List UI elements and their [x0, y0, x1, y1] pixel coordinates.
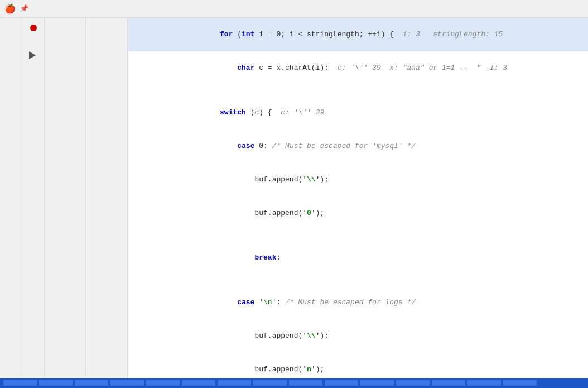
code-line	[128, 85, 588, 96]
left-panels	[0, 18, 128, 378]
bottom-bar	[0, 378, 588, 388]
code-line	[128, 275, 588, 286]
code-line: buf.append('n');	[128, 353, 588, 378]
bottom-indicator-9	[289, 380, 322, 386]
code-text: case '\n': /* Must be escaped for logs *…	[133, 286, 416, 319]
code-area: for (int i = 0; i < stringLength; ++i) {…	[0, 18, 588, 378]
bottom-indicator-15	[503, 380, 537, 386]
bottom-indicator-7	[218, 380, 251, 386]
bottom-indicator-2	[39, 380, 73, 386]
panel-4	[86, 18, 128, 378]
code-text: char c = x.charAt(i); c: '\'' 39 x: "aaa…	[133, 51, 507, 85]
code-line: case '\n': /* Must be escaped for logs *…	[128, 286, 588, 319]
panel-2	[22, 18, 45, 378]
current-line-arrow	[29, 51, 36, 59]
code-content: for (int i = 0; i < stringLength; ++i) {…	[128, 18, 588, 378]
code-line: break;	[128, 241, 588, 275]
breakpoint-marker	[30, 25, 37, 31]
code-line: switch (c) { c: '\'' 39	[128, 96, 588, 130]
bottom-indicator-5	[146, 380, 180, 386]
code-text: for (int i = 0; i < stringLength; ++i) {…	[133, 18, 503, 51]
panel-3	[45, 18, 86, 378]
panel-1	[0, 18, 22, 378]
code-line: buf.append('\\');	[128, 319, 588, 353]
bottom-indicator-4	[110, 380, 144, 386]
code-line: buf.append('\\');	[128, 163, 588, 197]
code-line: buf.append('0');	[128, 197, 588, 230]
code-text: break;	[133, 241, 281, 275]
code-line: for (int i = 0; i < stringLength; ++i) {…	[128, 18, 588, 51]
code-text: buf.append('\\');	[133, 319, 329, 353]
code-text: buf.append('\\');	[133, 163, 329, 197]
editor-container: 🍎 📌 for (int i	[0, 0, 588, 388]
bottom-indicator-3	[75, 380, 108, 386]
pin-icon: 📌	[20, 4, 28, 13]
bottom-indicator-10	[325, 380, 358, 386]
code-text: buf.append('0');	[133, 197, 324, 230]
bottom-indicator-1	[3, 380, 37, 386]
code-text: case 0: /* Must be escaped for 'mysql' *…	[133, 130, 416, 163]
code-text: buf.append('n');	[133, 353, 324, 378]
code-line: case 0: /* Must be escaped for 'mysql' *…	[128, 130, 588, 163]
code-text: switch (c) { c: '\'' 39	[133, 96, 324, 130]
logo-icon: 🍎	[4, 3, 16, 15]
bottom-indicator-14	[467, 380, 501, 386]
top-bar: 🍎 📌	[0, 0, 588, 18]
bottom-indicator-13	[432, 380, 465, 386]
code-line: char c = x.charAt(i); c: '\'' 39 x: "aaa…	[128, 51, 588, 85]
bottom-indicator-8	[253, 380, 287, 386]
bottom-indicator-6	[182, 380, 215, 386]
bottom-indicator-12	[396, 380, 430, 386]
bottom-indicator-11	[360, 380, 394, 386]
code-line	[128, 230, 588, 241]
